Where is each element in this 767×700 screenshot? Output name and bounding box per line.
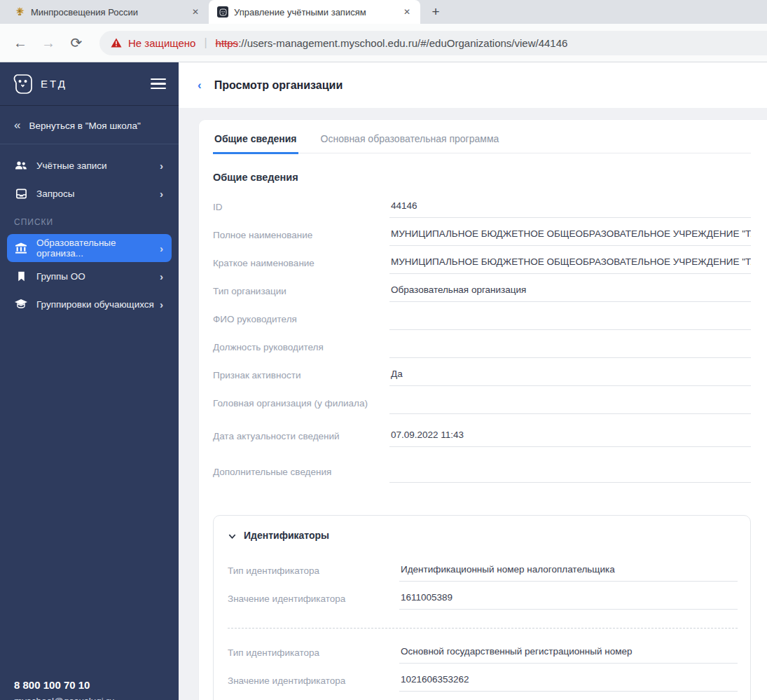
chevron-right-icon: › — [160, 160, 163, 172]
card-tabs: Общие сведения Основная образовательная … — [213, 120, 751, 153]
identifier-separator — [228, 628, 738, 629]
back-link-label: Вернуться в "Моя школа" — [29, 121, 140, 131]
field-label: ID — [213, 197, 389, 212]
field-row-org-type: Тип организации Образовательная организа… — [213, 281, 751, 309]
sidebar-item-label: Группировки обучающихся — [36, 299, 154, 310]
field-value — [389, 309, 751, 330]
field-value: 1611005389 — [399, 589, 738, 610]
main-content: ‹ Просмотр организации Общие сведения Ос… — [179, 62, 767, 700]
etd-owl-logo-icon — [10, 71, 35, 97]
sidebar-item-edu-organizations[interactable]: Образовательные организа... › — [7, 234, 172, 262]
field-label: Полное наименование — [213, 225, 389, 240]
logo-text: ЕТД — [41, 78, 67, 90]
tab-close-icon[interactable]: ✕ — [189, 6, 202, 18]
field-value — [389, 462, 751, 483]
bank-icon — [14, 241, 28, 255]
tab-close-icon[interactable]: ✕ — [401, 6, 413, 18]
browser-tab-user-management[interactable]: Управление учётными записям ✕ — [209, 0, 420, 24]
not-secure-warning-icon — [111, 38, 122, 48]
field-value: Основной государственный регистрационный… — [399, 643, 738, 664]
tab-general-info[interactable]: Общие сведения — [213, 129, 298, 154]
field-row-actuality-date: Дата актуальности сведений 07.09.2022 11… — [213, 426, 751, 454]
tab-title: Минпросвещения России — [31, 7, 185, 18]
field-label: Должность руководителя — [213, 337, 389, 352]
graduation-cap-icon — [14, 297, 28, 311]
sidebar-item-student-groupings[interactable]: Группировки обучающихся › — [7, 290, 172, 318]
sidebar-item-requests[interactable]: Запросы › — [7, 179, 172, 207]
chevron-right-icon: › — [160, 298, 163, 310]
field-value: Да — [389, 365, 751, 386]
browser-toolbar: ← → ⟳ Не защищено | https://users-manage… — [0, 24, 767, 62]
sidebar-item-label: Учётные записи — [36, 160, 107, 171]
sidebar-item-label: Группы ОО — [36, 271, 85, 282]
tab-main-edu-program[interactable]: Основная образовательная программа — [319, 129, 501, 153]
field-value: Образовательная организация — [389, 281, 751, 302]
page-title: Просмотр организации — [214, 79, 343, 92]
field-row-parent-org: Головная организация (у филиала) — [213, 393, 751, 421]
field-value: МУНИЦИПАЛЬНОЕ БЮДЖЕТНОЕ ОБЩЕОБРАЗОВАТЕЛЬ… — [389, 225, 751, 246]
new-tab-button[interactable]: + — [426, 2, 445, 22]
sidebar: ЕТД « Вернуться в "Моя школа" Учётные за… — [0, 62, 179, 700]
browser-window: Минпросвещения России ✕ Управление учётн… — [0, 0, 767, 700]
support-email[interactable]: myschool@gosuslugi.ru — [14, 696, 115, 700]
identifiers-card: Идентификаторы Тип идентификатора Иденти… — [213, 515, 751, 700]
field-row-full-name: Полное наименование МУНИЦИПАЛЬНОЕ БЮДЖЕТ… — [213, 225, 751, 253]
browser-reload-button[interactable]: ⟳ — [64, 31, 88, 55]
sidebar-item-accounts[interactable]: Учётные записи › — [7, 151, 172, 179]
section-title-general: Общие сведения — [213, 172, 751, 183]
field-row-head-name: ФИО руководителя — [213, 309, 751, 337]
page-header: ‹ Просмотр организации — [179, 62, 767, 108]
sidebar-back-to-myschool-link[interactable]: « Вернуться в "Моя школа" — [0, 106, 179, 144]
double-chevron-left-icon: « — [14, 118, 20, 132]
sidebar-section-lists: СПИСКИ — [0, 207, 179, 234]
back-chevron-icon[interactable]: ‹ — [198, 78, 202, 92]
identifier-group: Тип идентификатора Идентификационный ном… — [228, 561, 738, 617]
not-secure-label: Не защищено — [128, 37, 195, 49]
field-label: Значение идентификатора — [228, 671, 399, 686]
field-row-additional-info: Дополнительные сведения — [213, 462, 751, 490]
field-value: 1021606353262 — [399, 671, 738, 692]
field-value — [389, 337, 751, 358]
hamburger-menu-icon[interactable] — [151, 78, 166, 90]
browser-tab-strip: Минпросвещения России ✕ Управление учётн… — [0, 0, 767, 24]
field-row-identifier-type: Тип идентификатора Основной государствен… — [228, 643, 738, 671]
field-row-identifier-type: Тип идентификатора Идентификационный ном… — [228, 561, 738, 589]
coat-of-arms-favicon-icon — [14, 6, 25, 18]
url-scheme-struck: https — [216, 37, 239, 49]
bookmark-icon — [14, 269, 28, 283]
page-url: https://users-management.myschool.edu.ru… — [216, 37, 568, 49]
sidebar-footer: 8 800 100 70 10 myschool@gosuslugi.ru — [14, 679, 115, 700]
field-label: Признак активности — [213, 365, 389, 380]
browser-back-button[interactable]: ← — [8, 31, 32, 55]
browser-tab-minprosveshcheniya[interactable]: Минпросвещения России ✕ — [6, 0, 209, 24]
sidebar-item-label: Запросы — [36, 188, 74, 199]
field-label: Головная организация (у филиала) — [213, 393, 389, 409]
field-label: Значение идентификатора — [228, 589, 399, 604]
chevron-right-icon: › — [160, 242, 163, 254]
field-label: Тип организации — [213, 281, 389, 296]
field-label: Тип идентификатора — [228, 643, 399, 658]
sidebar-logo-row: ЕТД — [0, 62, 179, 106]
identifier-group: Тип идентификатора Основной государствен… — [228, 643, 738, 699]
omnibox-separator: | — [204, 36, 207, 49]
sidebar-item-oo-groups[interactable]: Группы ОО › — [7, 262, 172, 290]
support-phone: 8 800 100 70 10 — [14, 679, 115, 691]
field-row-head-position: Должность руководителя — [213, 337, 751, 365]
organization-card: Общие сведения Основная образовательная … — [198, 119, 767, 700]
field-value — [389, 393, 751, 414]
chevron-down-icon — [228, 531, 237, 540]
browser-forward-button[interactable]: → — [36, 31, 60, 55]
address-bar[interactable]: Не защищено | https://users-management.m… — [99, 31, 767, 55]
field-label: Краткое наименование — [213, 253, 389, 268]
field-label: Тип идентификатора — [228, 561, 399, 576]
people-icon — [14, 158, 28, 172]
field-label: Дата актуальности сведений — [213, 426, 389, 441]
identifiers-collapse-header[interactable]: Идентификаторы — [228, 530, 738, 541]
field-value: 44146 — [389, 197, 751, 218]
chevron-right-icon: › — [160, 270, 163, 282]
sidebar-item-label: Образовательные организа... — [36, 238, 160, 259]
etd-owl-favicon-icon — [217, 6, 228, 18]
field-value: МУНИЦИПАЛЬНОЕ БЮДЖЕТНОЕ ОБЩЕОБРАЗОВАТЕЛЬ… — [389, 253, 751, 274]
field-label: Дополнительные сведения — [213, 462, 389, 477]
field-row-identifier-value: Значение идентификатора 1611005389 — [228, 589, 738, 617]
